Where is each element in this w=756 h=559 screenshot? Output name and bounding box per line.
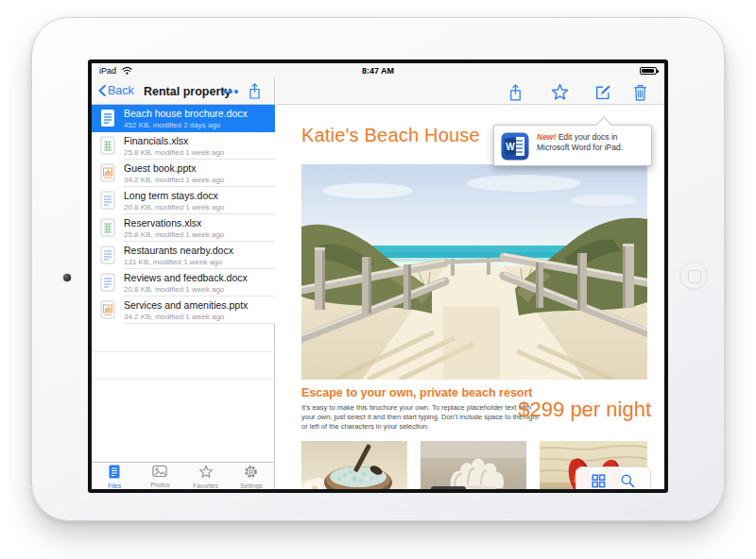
xlsx-file-icon — [100, 218, 115, 237]
docx-file-icon — [100, 246, 115, 264]
file-name: Restaurants nearby.docx — [124, 245, 271, 256]
file-meta: 131 KB, modified 1 week ago — [124, 258, 271, 266]
battery-icon — [640, 67, 657, 75]
folder-share-button[interactable] — [248, 82, 262, 104]
microsoft-word-icon: W — [501, 132, 529, 161]
page-grid-view-button[interactable] — [592, 474, 606, 488]
edit-document-button[interactable] — [594, 83, 613, 102]
home-button[interactable] — [679, 262, 708, 290]
price-text: $299 per night — [518, 398, 651, 422]
list-separator — [92, 351, 275, 352]
file-row-financials[interactable]: Financials.xlsx 25.8 KB, modified 1 week… — [92, 132, 275, 160]
search-icon — [620, 473, 635, 488]
file-name: Services and amenities.pptx — [124, 299, 271, 311]
search-in-document-button[interactable] — [620, 473, 635, 488]
word-promo-tooltip[interactable]: W New! Edit your docs in Microsoft Word … — [493, 125, 652, 166]
file-row-guest-book[interactable]: Guest book.pptx 34.2 KB, modified 1 week… — [92, 160, 275, 187]
clock: 8:47 AM — [92, 66, 664, 76]
new-badge: New! — [537, 132, 556, 142]
compose-icon — [594, 83, 612, 101]
tab-photos[interactable]: Photos — [137, 463, 182, 489]
tab-label: Favorites — [183, 483, 229, 489]
folder-title: Rental property — [144, 85, 231, 98]
file-meta: 34.2 KB, modified 1 week ago — [124, 313, 271, 321]
file-meta: 20.8 KB, modified 1 week ago — [124, 285, 271, 294]
xlsx-file-icon — [100, 136, 115, 155]
file-name: Reservations.xlsx — [124, 217, 271, 229]
view-controls — [576, 466, 651, 489]
delete-document-button[interactable] — [632, 83, 651, 102]
brochure-title: Katie's Beach House — [301, 125, 480, 146]
front-camera — [63, 274, 71, 281]
share-icon — [507, 83, 524, 102]
more-options-button[interactable] — [223, 90, 238, 93]
tooltip-text: New! Edit your docs in Microsoft Word fo… — [537, 132, 646, 154]
beach-path-photo — [301, 164, 647, 380]
file-name: Reviews and feedback.docx — [124, 272, 271, 283]
docx-file-icon — [100, 109, 115, 127]
photos-icon — [152, 465, 167, 478]
files-icon — [108, 465, 121, 479]
favorite-button[interactable] — [551, 83, 570, 102]
tab-favorites[interactable]: Favorites — [183, 463, 229, 489]
file-name: Guest book.pptx — [124, 162, 271, 174]
bottom-tab-bar: Files Photos Favorites — [92, 462, 275, 489]
tab-label: Photos — [137, 482, 182, 488]
file-row-long-term-stays[interactable]: Long term stays.docx 20.8 KB, modified 1… — [92, 187, 275, 214]
file-name: Financials.xlsx — [124, 135, 271, 146]
grid-icon — [592, 474, 606, 488]
file-meta: 34.2 KB, modified 1 week ago — [124, 176, 271, 184]
document-toolbar — [276, 78, 664, 105]
file-row-restaurants-nearby[interactable]: Restaurants nearby.docx 131 KB, modified… — [92, 242, 275, 269]
file-name: Long term stays.docx — [124, 190, 271, 201]
docx-file-icon — [100, 191, 115, 210]
screenshot-stage: iPad 8:47 AM — [0, 0, 756, 559]
back-chevron-icon — [98, 85, 106, 96]
thumbnail-bath-salts — [301, 441, 407, 489]
docx-file-icon — [100, 273, 115, 292]
share-icon — [248, 82, 262, 100]
pptx-file-icon — [100, 163, 115, 182]
star-icon — [551, 83, 569, 101]
svg-text:W: W — [506, 142, 515, 152]
sidebar-nav-bar: Back Rental property — [92, 78, 274, 105]
file-row-services-amenities[interactable]: Services and amenities.pptx 34.2 KB, mod… — [92, 296, 275, 324]
tab-files[interactable]: Files — [92, 463, 137, 489]
file-row-reviews-feedback[interactable]: Reviews and feedback.docx 20.8 KB, modif… — [92, 269, 275, 296]
trash-icon — [632, 83, 648, 102]
file-meta: 25.8 KB, modified 1 week ago — [124, 148, 271, 157]
file-row-beach-house-brochure[interactable]: Beach house brochure.docx 452 KB, modifi… — [92, 105, 275, 132]
gear-icon — [244, 465, 258, 479]
tab-label: Files — [92, 483, 137, 489]
document-preview[interactable]: Katie's Beach House — [276, 105, 664, 489]
pptx-file-icon — [100, 300, 115, 319]
star-icon — [198, 465, 214, 479]
ipad-device-frame: iPad 8:47 AM — [31, 17, 725, 521]
back-label: Back — [108, 84, 134, 97]
file-row-reservations[interactable]: Reservations.xlsx 25.8 KB, modified 1 we… — [92, 214, 275, 242]
file-browser-sidebar: Back Rental property — [92, 78, 275, 489]
thumbnail-shell — [421, 441, 526, 489]
list-separator — [92, 379, 275, 380]
page-indicator: 1 of 1 — [431, 486, 466, 489]
file-meta: 452 KB, modified 2 days ago — [124, 121, 271, 129]
file-name: Beach house brochure.docx — [124, 108, 271, 119]
tooltip-arrow — [596, 117, 612, 133]
tab-settings[interactable]: Settings — [229, 463, 274, 489]
body-paragraph: It's easy to make this brochure your own… — [301, 403, 543, 431]
file-meta: 25.8 KB, modified 1 week ago — [124, 230, 271, 239]
section-heading: Escape to your own, private beach resort — [301, 386, 533, 399]
file-meta: 20.8 KB, modified 1 week ago — [124, 203, 271, 212]
status-bar: iPad 8:47 AM — [92, 63, 664, 78]
screen-bezel: iPad 8:47 AM — [88, 59, 668, 493]
share-document-button[interactable] — [507, 83, 526, 102]
back-button[interactable]: Back — [98, 84, 134, 97]
tab-label: Settings — [229, 483, 274, 489]
app-screen: iPad 8:47 AM — [92, 63, 664, 489]
preview-pane: Katie's Beach House — [276, 78, 664, 489]
